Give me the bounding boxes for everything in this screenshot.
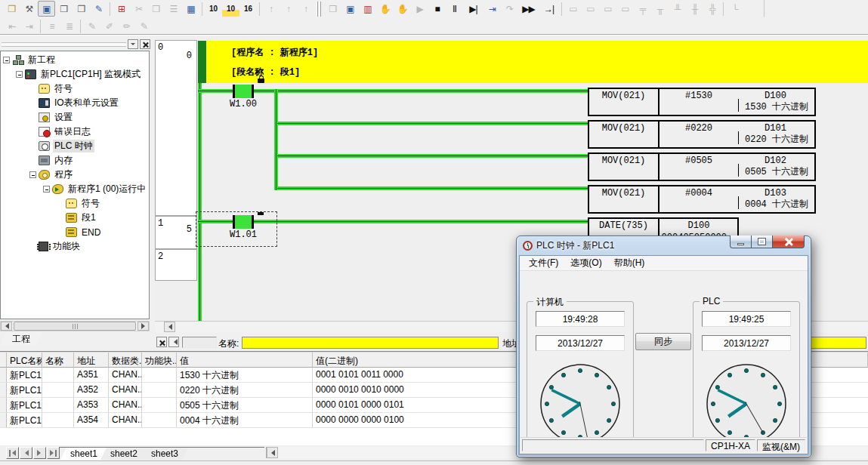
scroll-left-button[interactable] — [267, 447, 278, 458]
watch-range-3-button[interactable]: ▭ — [599, 1, 616, 17]
instruction-block-mov1[interactable]: MOV(021) #1530 D100 1530 十六进制 — [588, 88, 816, 116]
menu-help[interactable]: 帮助(H) — [608, 255, 651, 271]
prev-sheet-button[interactable] — [20, 447, 32, 459]
new-window-button[interactable]: ❐ — [73, 1, 90, 17]
tree-item-project[interactable]: 新工程 — [1, 53, 149, 67]
collapse-icon[interactable] — [3, 57, 10, 63]
monitor-signed-decimal-button[interactable]: 10 — [222, 1, 239, 17]
column-header[interactable]: 功能块... — [142, 353, 177, 368]
bar-close-button[interactable] — [156, 337, 167, 347]
collapse-icon[interactable] — [43, 186, 50, 192]
tree-item-plc[interactable]: 新PLC1[CP1H] 监视模式 — [1, 67, 149, 82]
force-set-button[interactable]: ╨ — [669, 1, 686, 17]
tree-item-settings[interactable]: 设置 — [1, 110, 149, 125]
force-reset-button[interactable]: ╫ — [686, 1, 703, 17]
force-cancel-button[interactable]: ╬ — [703, 1, 721, 17]
close-button[interactable] — [772, 236, 805, 248]
project-workspace-tab[interactable]: 工程 — [0, 332, 42, 346]
tree-item-plc-clock[interactable]: PLC 时钟 — [1, 139, 149, 153]
menu-file[interactable]: 文件(F) — [523, 255, 564, 271]
collapse-icon[interactable] — [16, 71, 23, 78]
tree-item-memory[interactable]: 内存 — [1, 153, 149, 168]
step-into-button[interactable]: ⇥ — [483, 1, 501, 17]
pen-monitor-3-button[interactable]: ✏ — [118, 18, 135, 34]
instruction-block-mov2[interactable]: MOV(021) #0220 D101 0220 十六进制 — [588, 120, 816, 149]
properties-button[interactable]: ✎ — [90, 1, 107, 17]
workspace-close-button[interactable] — [140, 39, 150, 49]
watch-range-1-button[interactable]: ▭ — [564, 1, 582, 17]
tree-item-io-table[interactable]: IO表和单元设置 — [1, 96, 149, 110]
tree-item-symbols[interactable]: 符号 — [1, 82, 149, 96]
tree-item-end[interactable]: END — [1, 225, 149, 239]
contact-w1-01[interactable] — [233, 215, 254, 229]
step-out-button[interactable]: ↷ — [501, 1, 518, 17]
workspace-dropdown-button[interactable] — [128, 39, 138, 49]
contact-w1-00[interactable] — [233, 85, 254, 98]
cut-button[interactable]: ✂ — [130, 1, 147, 17]
grid-end-button[interactable]: ≣ — [60, 18, 78, 34]
run-to-end-button[interactable]: →| — [539, 1, 559, 17]
watch-window-button[interactable]: ▣ — [38, 1, 55, 17]
continuous-step-button[interactable]: ▶▶ — [518, 1, 539, 17]
transfer-to-plc-button[interactable]: ▥ — [359, 1, 376, 17]
io-comment-button[interactable]: ▦ — [182, 1, 199, 17]
dialog-title-bar[interactable]: PLC 时钟 - 新PLC1 — [523, 236, 614, 255]
rung-margin-1[interactable]: 1 5 — [155, 216, 197, 249]
workspace-gripper[interactable] — [2, 42, 126, 47]
navigate-up-2-button[interactable]: ↑ — [280, 1, 297, 17]
watch-range-2-button[interactable]: ▭ — [582, 1, 599, 17]
instruction-block-mov3[interactable]: MOV(021) #0505 D102 0505 十六进制 — [588, 152, 816, 181]
tab-sheet3[interactable]: sheet3 — [141, 448, 188, 460]
sidebar-horizontal-scrollbar[interactable] — [0, 321, 150, 331]
cross-reference-button[interactable]: ⊞ — [113, 1, 130, 17]
scroll-left-button[interactable] — [164, 322, 175, 332]
work-online-button[interactable]: ✋ — [376, 1, 394, 17]
run-button[interactable]: ▶ — [411, 1, 428, 17]
plc-clock-dialog[interactable]: PLC 时钟 - 新PLC1 文件(F) 选项(O) 帮助(H) 计算机 19:… — [516, 236, 811, 457]
diff-monitor-down-button[interactable]: ╥ — [651, 1, 669, 17]
first-sheet-button[interactable] — [6, 447, 19, 459]
step-run-button[interactable]: ▶| — [463, 1, 483, 17]
pen-monitor-1-button[interactable]: ✎ — [83, 18, 100, 34]
menu-options[interactable]: 选项(O) — [564, 255, 607, 271]
minimize-button[interactable] — [730, 236, 752, 248]
watch-range-4-button[interactable]: ▭ — [616, 1, 634, 17]
indent-right-button[interactable]: ⇥ — [20, 18, 38, 34]
bar-back-button[interactable] — [168, 337, 179, 347]
force-online-button[interactable]: ✋ — [394, 1, 411, 17]
stop-button[interactable]: ■ — [428, 1, 446, 17]
column-header[interactable]: 值 — [177, 353, 313, 368]
cascade-windows-button[interactable]: ❒ — [55, 1, 73, 17]
instruction-block-mov4[interactable]: MOV(021) #0004 D103 0004 十六进制 — [588, 185, 816, 214]
pause-button[interactable]: Ⅱ — [446, 1, 463, 17]
online-edit-button[interactable]: ▣ — [341, 1, 359, 17]
tree-item-program-symbols[interactable]: 符号 — [1, 196, 149, 211]
pen-monitor-2-button[interactable]: ✐ — [100, 18, 118, 34]
tab-sheet1[interactable]: sheet1 — [60, 448, 107, 460]
tab-sheet2[interactable]: sheet2 — [100, 448, 147, 460]
column-header[interactable]: 数据类... — [109, 353, 142, 368]
scrollbar-thumb[interactable] — [14, 322, 136, 331]
tree-item-section1[interactable]: 段1 — [1, 211, 149, 225]
next-sheet-button[interactable] — [33, 447, 46, 459]
indent-left-button[interactable]: ⇤ — [3, 18, 20, 34]
navigate-search-button[interactable]: ↑ — [297, 1, 314, 17]
maximize-button[interactable] — [752, 236, 772, 248]
name-input[interactable] — [242, 337, 499, 349]
draw-corner-button[interactable]: └ — [726, 1, 743, 17]
scroll-right-button[interactable] — [137, 322, 149, 331]
copy-button[interactable]: ❒ — [147, 1, 165, 17]
column-header[interactable]: 名称 — [42, 353, 74, 368]
monitor-decimal-button[interactable]: 10 — [205, 1, 222, 17]
view-mnemonic-button[interactable]: ⚒ — [20, 1, 38, 17]
tree-item-program1[interactable]: 新程序1 (00)运行中 — [1, 182, 149, 196]
column-header[interactable]: 地址 — [74, 353, 109, 368]
scroll-left-button[interactable] — [1, 322, 12, 331]
paste-button[interactable]: ☰ — [165, 1, 182, 17]
tree-item-error-log[interactable]: 错误日志 — [1, 125, 149, 139]
pen-monitor-4-button[interactable]: ✎ — [135, 18, 153, 34]
tree-item-programs[interactable]: 程序 — [1, 168, 149, 182]
tree-item-function-blocks[interactable]: 功能块 — [1, 239, 149, 254]
compile-window-button[interactable]: ❒ — [324, 1, 341, 17]
rung-margin-0[interactable]: 0 0 — [155, 40, 197, 216]
